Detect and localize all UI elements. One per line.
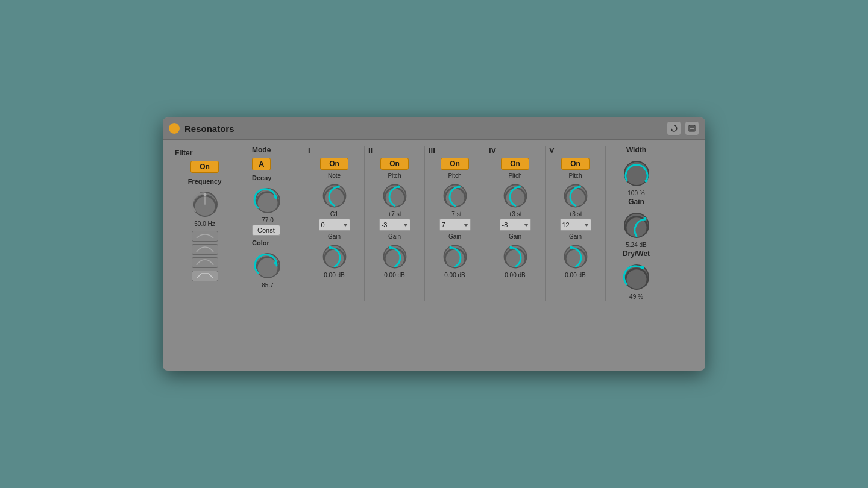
- title-bar: Resonators: [163, 117, 705, 140]
- ch3-pitch-knob[interactable]: [441, 181, 470, 210]
- right-panel: Width 100 % Gain 5: [606, 146, 666, 301]
- channel-col-2: II On Pitch +7 st -3 Gain 0.00 dB: [365, 146, 425, 301]
- ch5-pitch-value: +3 st: [569, 211, 582, 217]
- ch3-pitch-label: Pitch: [448, 172, 461, 179]
- decay-knob[interactable]: [252, 185, 283, 216]
- ch3-gain-knob-wrap: 0.00 dB: [441, 242, 470, 278]
- svg-point-14: [397, 185, 400, 188]
- mode-a-btn[interactable]: A: [252, 158, 271, 170]
- ch5-pitch-label: Pitch: [568, 172, 582, 179]
- ch5-pitch-knob[interactable]: [561, 181, 590, 210]
- filter-on-btn[interactable]: On: [190, 161, 219, 173]
- ch2-number-input[interactable]: -3: [379, 219, 410, 231]
- wave-btn-4[interactable]: [192, 271, 218, 281]
- width-knob-wrap: 100 %: [621, 158, 652, 196]
- right-gain-knob[interactable]: [621, 210, 652, 241]
- plugin-window: Resonators Filter On Frequency: [163, 117, 705, 371]
- ch2-pitch-value: +7 st: [388, 211, 401, 217]
- wave-btn-3[interactable]: [192, 257, 218, 268]
- ch4-gain-knob[interactable]: [501, 242, 530, 271]
- ch5-number-value: 12: [562, 221, 570, 228]
- title-icons: [667, 121, 699, 136]
- ch3-pitch-knob-wrap: +7 st: [441, 181, 470, 217]
- ch5-number-input[interactable]: 12: [560, 219, 591, 231]
- ch4-gain-value: 0.00 dB: [505, 272, 525, 278]
- ch1-pitch-knob-wrap: G1: [320, 181, 349, 217]
- wave-shape-1: [195, 233, 215, 240]
- ch4-pitch-knob[interactable]: [501, 181, 530, 210]
- ch1-gain-knob[interactable]: [320, 242, 349, 271]
- ch5-gain-value: 0.00 dB: [565, 272, 585, 278]
- ch1-header: I: [308, 146, 310, 155]
- sync-icon: [670, 124, 678, 133]
- ch2-pitch-knob[interactable]: [380, 181, 409, 210]
- ch2-on-btn[interactable]: On: [380, 158, 409, 170]
- save-icon-btn[interactable]: [685, 121, 699, 136]
- ch4-pitch-knob-wrap: +3 st: [501, 181, 530, 217]
- ch2-pitch-knob-wrap: +7 st: [380, 181, 409, 217]
- frequency-knob[interactable]: [189, 189, 221, 220]
- ch5-gain-knob[interactable]: [561, 242, 590, 271]
- ch3-number-value: 7: [442, 221, 445, 228]
- channel-col-4: IV On Pitch +3 st -8 Gain 0.00 dB: [485, 146, 546, 301]
- ch1-pitch-knob[interactable]: [320, 181, 349, 210]
- width-label: Width: [626, 146, 646, 154]
- ch3-gain-label: Gain: [448, 233, 461, 240]
- filter-label: Filter: [175, 149, 192, 157]
- ch2-gain-value: 0.00 dB: [384, 272, 404, 278]
- ch2-number-arrow: [403, 224, 408, 227]
- svg-point-26: [578, 185, 581, 188]
- ch3-pitch-value: +7 st: [448, 211, 462, 217]
- drywet-value: 49 %: [629, 293, 643, 300]
- drywet-label: Dry/Wet: [623, 249, 650, 258]
- mode-header: Mode: [252, 146, 271, 154]
- svg-point-28: [570, 246, 573, 249]
- wave-btn-2[interactable]: [192, 244, 218, 255]
- color-knob-wrap: 85.7: [252, 250, 283, 289]
- ch4-number-input[interactable]: -8: [500, 219, 531, 231]
- ch2-gain-label: Gain: [388, 233, 401, 240]
- channel-col-3: III On Pitch +7 st 7 Gain 0.00 dB: [425, 146, 485, 301]
- svg-point-12: [329, 246, 332, 249]
- svg-point-4: [203, 193, 206, 196]
- svg-point-8: [274, 262, 277, 265]
- sync-icon-btn[interactable]: [667, 121, 681, 136]
- ch2-gain-knob[interactable]: [380, 242, 409, 271]
- ch1-gain-label: Gain: [328, 233, 341, 240]
- ch3-gain-knob[interactable]: [441, 242, 470, 271]
- ch4-number-value: -8: [502, 221, 508, 228]
- mode-column: Mode A Decay 77.0 Const Color: [247, 146, 301, 301]
- frequency-knob-wrap: 50.0 Hz: [189, 189, 221, 227]
- ch3-on-btn[interactable]: On: [441, 158, 469, 170]
- svg-point-22: [518, 185, 521, 188]
- channel-col-5: V On Pitch +3 st 12 Gain 0.00 dB: [546, 146, 606, 301]
- ch3-gain-value: 0.00 dB: [444, 272, 465, 278]
- ch1-number-arrow: [343, 224, 348, 227]
- ch1-number-input[interactable]: 0: [319, 219, 350, 231]
- const-btn[interactable]: Const: [252, 225, 280, 236]
- ch4-pitch-value: +3 st: [509, 211, 522, 217]
- ch4-on-btn[interactable]: On: [501, 158, 529, 170]
- ch2-number-value: -3: [382, 221, 388, 228]
- ch2-pitch-label: Pitch: [388, 172, 401, 179]
- ch4-pitch-label: Pitch: [508, 172, 521, 179]
- ch1-on-btn[interactable]: On: [320, 158, 348, 170]
- right-gain-value: 5.24 dB: [626, 242, 646, 248]
- ch3-number-input[interactable]: 7: [439, 219, 471, 231]
- plugin-title: Resonators: [184, 124, 667, 134]
- width-knob[interactable]: [621, 158, 652, 189]
- title-dot: [169, 123, 180, 134]
- svg-point-34: [641, 266, 644, 269]
- wave-shape-3: [195, 259, 215, 266]
- ch5-number-arrow: [584, 224, 589, 227]
- ch4-gain-knob-wrap: 0.00 dB: [501, 242, 530, 278]
- svg-point-6: [274, 195, 277, 198]
- ch5-gain-knob-wrap: 0.00 dB: [561, 242, 590, 278]
- channel-columns: I On Note G1 0 Gain 0.00 dB II On Pitch: [304, 146, 606, 301]
- color-knob[interactable]: [252, 250, 283, 281]
- drywet-knob[interactable]: [621, 261, 652, 293]
- ch5-pitch-knob-wrap: +3 st: [561, 181, 590, 217]
- ch5-on-btn[interactable]: On: [561, 158, 590, 170]
- wave-btn-1[interactable]: [192, 231, 218, 242]
- ch1-pitch-label: Note: [328, 172, 341, 179]
